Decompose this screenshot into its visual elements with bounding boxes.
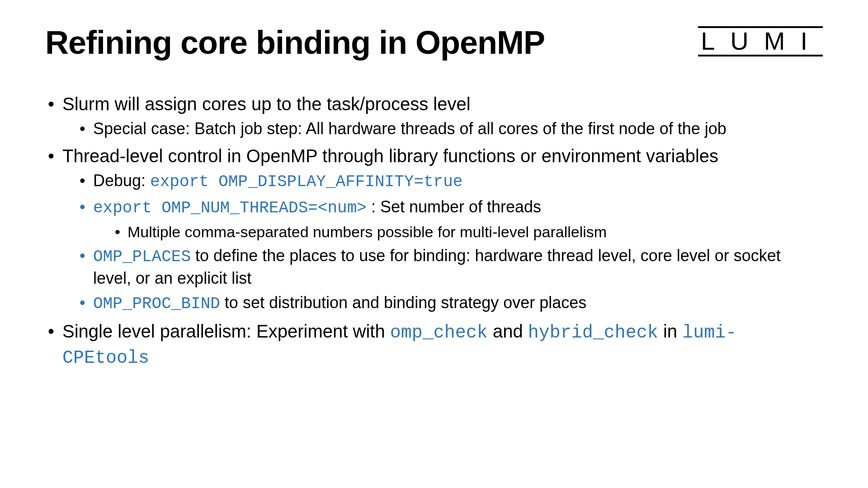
lumi-logo-text: LUMI [698, 26, 823, 56]
bullet-2-sub-2-subsub-1-text: Multiple comma-separated numbers possibl… [127, 223, 607, 240]
bullet-2-sub-4-code: OMP_PROC_BIND [93, 295, 220, 313]
bullet-3-mid: and [488, 321, 528, 341]
bullet-3-mid2: in [658, 321, 682, 341]
bullet-2-text: Thread-level control in OpenMP through l… [62, 146, 718, 166]
bullet-3-code-1: omp_check [390, 323, 488, 343]
bullet-2-sub-4: OMP_PROC_BIND to set distribution and bi… [78, 292, 823, 315]
bullet-1-sub-1: Special case: Batch job step: All hardwa… [78, 118, 823, 140]
slide: LUMI Refining core binding in OpenMP Slu… [0, 0, 868, 488]
bullet-2-sub-2: export OMP_NUM_THREADS=<num> : Set numbe… [78, 197, 823, 242]
bullet-2-sub-3-suffix: to define the places to use for binding:… [93, 246, 781, 287]
lumi-logo: LUMI [698, 26, 823, 56]
bullet-2-sub-1-prefix: Debug: [93, 171, 150, 190]
bullet-2-sub-2-sublist: Multiple comma-separated numbers possibl… [113, 222, 823, 242]
bullet-2-sub-2-code: export OMP_NUM_THREADS=<num> [93, 199, 367, 217]
bullet-3-prefix: Single level parallelism: Experiment wit… [62, 321, 390, 341]
bullet-3: Single level parallelism: Experiment wit… [45, 319, 823, 370]
bullet-2-sub-3: OMP_PLACES to define the places to use f… [78, 245, 823, 289]
bullet-2-sub-2-subsub-1: Multiple comma-separated numbers possibl… [113, 222, 823, 242]
bullet-1-text: Slurm will assign cores up to the task/p… [62, 94, 471, 114]
bullet-3-code-2: hybrid_check [528, 323, 658, 343]
bullet-2-sublist: Debug: export OMP_DISPLAY_AFFINITY=true … [78, 170, 823, 315]
bullet-2: Thread-level control in OpenMP through l… [45, 144, 823, 315]
bullet-2-sub-2-suffix: : Set number of threads [367, 197, 541, 216]
bullet-2-sub-4-suffix: to set distribution and binding strategy… [220, 293, 586, 312]
bullet-2-sub-1-code: export OMP_DISPLAY_AFFINITY=true [150, 173, 462, 191]
bullet-1-sublist: Special case: Batch job step: All hardwa… [78, 118, 823, 140]
bullet-2-sub-1: Debug: export OMP_DISPLAY_AFFINITY=true [78, 170, 823, 193]
bullet-2-sub-3-code: OMP_PLACES [93, 248, 191, 266]
bullet-1-sub-1-text: Special case: Batch job step: All hardwa… [93, 119, 726, 138]
bullet-list: Slurm will assign cores up to the task/p… [45, 92, 823, 370]
bullet-1: Slurm will assign cores up to the task/p… [45, 92, 823, 140]
